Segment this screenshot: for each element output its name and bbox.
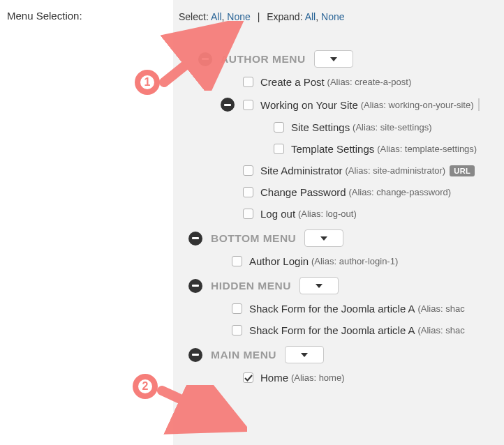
main-menu-dropdown[interactable] [285, 346, 324, 363]
menu-item-alias: (Alias: change-password) [348, 187, 451, 197]
menu-item-label: Site Settings [291, 121, 350, 133]
menu-item-alias: (Alias: site-settings) [353, 122, 431, 133]
menu-item: Create a Post (Alias: create-a-post) [243, 76, 498, 88]
menu-item: Site Administrator (Alias: site-administ… [243, 165, 498, 176]
url-badge: URL [450, 165, 475, 176]
author-menu-title: AUTHOR MENU [221, 53, 306, 66]
expand-label: Expand: [267, 11, 302, 22]
annotation-marker-1: 1 [135, 70, 160, 95]
menu-item-label: Home [260, 372, 288, 384]
select-none-link[interactable]: None [227, 11, 250, 22]
menu-item-label: Template Settings [291, 143, 374, 155]
main-menu-group: MAIN MENU Home (Alias: home) [179, 346, 498, 384]
menu-item-alias: (Alias: working-on-your-site) [361, 100, 474, 110]
author-menu-dropdown[interactable] [314, 50, 353, 68]
annotation-marker-2: 2 [133, 374, 158, 399]
bottom-menu-title: BOTTOM MENU [211, 232, 296, 245]
checkbox[interactable] [243, 100, 253, 110]
menu-item: Template Settings (Alias: template-setti… [274, 143, 498, 155]
collapse-icon[interactable] [198, 52, 212, 66]
checkbox[interactable] [232, 303, 242, 314]
bottom-menu-group: BOTTOM MENU Author Login (Alias: author-… [179, 229, 498, 267]
caret-down-icon [316, 284, 323, 288]
expand-none-link[interactable]: None [321, 11, 344, 22]
checkbox[interactable] [232, 256, 242, 266]
menu-item-label: Shack Form for the Joomla article A [249, 303, 415, 315]
caret-down-icon [320, 236, 327, 241]
menu-item-alias: (Alias: author-login-1) [311, 256, 398, 266]
menu-item: Log out (Alias: log-out) [243, 208, 498, 220]
checkbox[interactable] [232, 325, 242, 335]
menu-item: Site Settings (Alias: site-settings) [274, 121, 498, 133]
menu-item-label: Site Administrator [260, 165, 343, 176]
menu-item-alias: (Alias: home) [291, 372, 345, 383]
select-label: Select: [179, 11, 209, 22]
menu-item: Home (Alias: home) [243, 372, 498, 384]
expand-all-link[interactable]: All [305, 11, 316, 22]
collapse-icon[interactable] [188, 348, 202, 362]
menu-item: Author Login (Alias: author-login-1) [232, 255, 498, 267]
main-menu-title: MAIN MENU [211, 349, 276, 361]
collapse-icon[interactable] [188, 232, 202, 246]
checkbox[interactable] [243, 165, 253, 176]
menu-item: Change Password (Alias: change-password) [243, 186, 498, 198]
menu-item-label: Change Password [260, 186, 346, 198]
menu-item-expandable: Working on Your Site (Alias: working-on-… [221, 98, 498, 112]
menu-item: Shack Form for the Joomla article A (Ali… [232, 324, 498, 336]
menu-item-label: Working on Your Site [260, 99, 358, 111]
checkbox-checked[interactable] [243, 372, 253, 383]
hidden-menu-title: HIDDEN MENU [211, 280, 291, 292]
caret-down-icon [301, 353, 308, 357]
collapse-icon[interactable] [188, 279, 202, 293]
checkbox[interactable] [243, 187, 253, 197]
divider [478, 98, 480, 111]
menu-item-alias: (Alias: site-administrator) [345, 165, 445, 176]
caret-down-icon [330, 57, 337, 61]
checkbox[interactable] [274, 144, 284, 154]
collapse-icon[interactable] [221, 98, 235, 112]
checkbox[interactable] [243, 77, 253, 87]
select-all-link[interactable]: All [211, 11, 222, 22]
menu-item-label: Shack Form for the Joomla article A [249, 324, 415, 336]
menu-selection-label: Menu Selection: [7, 10, 166, 22]
menu-item-label: Author Login [249, 255, 309, 267]
menu-item-alias: (Alias: shac [417, 325, 464, 335]
menu-item-alias: (Alias: log-out) [298, 209, 357, 219]
menu-item-label: Create a Post [260, 76, 325, 88]
menu-item-alias: (Alias: template-settings) [377, 144, 477, 154]
menu-item: Shack Form for the Joomla article A (Ali… [232, 303, 498, 315]
bottom-menu-dropdown[interactable] [304, 229, 343, 247]
hidden-menu-group: HIDDEN MENU Shack Form for the Joomla ar… [179, 277, 498, 336]
hidden-menu-dropdown[interactable] [299, 277, 339, 294]
menu-item-alias: (Alias: shac [417, 303, 464, 314]
author-menu-group: AUTHOR MENU Create a Post (Alias: create… [179, 50, 498, 220]
checkbox[interactable] [274, 122, 284, 133]
menu-item-label: Log out [260, 208, 295, 220]
checkbox[interactable] [243, 209, 253, 219]
top-controls: Select: All, None | Expand: All, None [179, 11, 498, 22]
menu-item-alias: (Alias: create-a-post) [327, 77, 412, 87]
